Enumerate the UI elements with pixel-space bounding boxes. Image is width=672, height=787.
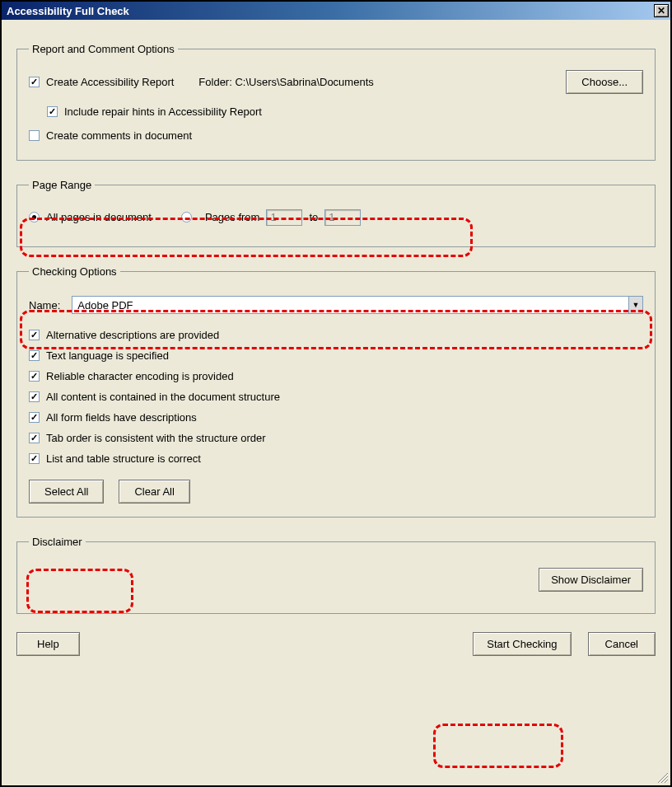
checking-option-row: Reliable character encoding is provided: [29, 370, 643, 382]
checking-option-label: All content is contained in the document…: [46, 391, 280, 403]
name-label: Name:: [29, 299, 60, 312]
disclaimer-group: Disclaimer Show Disclaimer: [16, 536, 656, 614]
disclaimer-legend: Disclaimer: [29, 536, 86, 548]
chevron-down-icon: ▼: [628, 297, 642, 313]
checking-option-label: All form fields have descriptions: [46, 411, 197, 424]
checking-option-checkbox[interactable]: [29, 433, 40, 443]
checking-option-label: Text language is specified: [46, 349, 169, 362]
checking-option-checkbox[interactable]: [29, 371, 40, 382]
report-legend: Report and Comment Options: [29, 43, 178, 55]
report-options-group: Report and Comment Options Create Access…: [16, 43, 656, 161]
clear-all-button[interactable]: Clear All: [119, 480, 189, 504]
choose-folder-button[interactable]: Choose...: [566, 70, 643, 94]
checking-option-row: Alternative descriptions are provided: [29, 329, 643, 341]
name-combobox[interactable]: Adobe PDF ▼: [72, 296, 643, 314]
create-comments-checkbox[interactable]: [29, 130, 40, 141]
close-icon: ✕: [657, 5, 665, 16]
pages-from-label: Pages from: [205, 211, 259, 223]
all-pages-radio[interactable]: [29, 212, 40, 223]
name-value: Adobe PDF: [77, 299, 133, 312]
checking-option-label: Tab order is consistent with the structu…: [46, 432, 266, 444]
checking-option-row: All content is contained in the document…: [29, 391, 643, 403]
all-pages-label: All pages in document: [46, 211, 152, 223]
create-report-checkbox[interactable]: [29, 77, 40, 87]
to-label: to: [309, 211, 318, 223]
checking-option-checkbox[interactable]: [29, 350, 40, 361]
page-from-input[interactable]: [266, 209, 302, 226]
window-title: Accessibility Full Check: [7, 5, 129, 17]
start-checking-button[interactable]: Start Checking: [473, 632, 571, 656]
checking-option-checkbox[interactable]: [29, 453, 40, 464]
checking-option-checkbox[interactable]: [29, 330, 40, 340]
checking-option-row: Text language is specified: [29, 349, 643, 362]
checking-option-label: Reliable character encoding is provided: [46, 370, 234, 382]
checking-option-label: Alternative descriptions are provided: [46, 329, 219, 341]
page-range-legend: Page Range: [29, 179, 95, 191]
close-button[interactable]: ✕: [654, 4, 669, 17]
page-range-group: Page Range All pages in document Pages f…: [16, 179, 656, 247]
help-button[interactable]: Help: [16, 632, 80, 656]
include-hints-label: Include repair hints in Accessibility Re…: [64, 105, 262, 118]
include-hints-checkbox[interactable]: [47, 106, 58, 117]
create-comments-label: Create comments in document: [46, 129, 192, 142]
checking-options-group: Checking Options Name: Adobe PDF ▼ Alter…: [16, 265, 656, 518]
checking-option-checkbox[interactable]: [29, 391, 40, 402]
create-report-label: Create Accessibility Report: [46, 76, 174, 88]
folder-path-label: Folder: C:\Users\Sabrina\Documents: [198, 76, 373, 88]
checking-option-row: List and table structure is correct: [29, 452, 643, 465]
show-disclaimer-button[interactable]: Show Disclaimer: [539, 568, 643, 592]
checking-legend: Checking Options: [29, 265, 120, 278]
titlebar: Accessibility Full Check ✕: [2, 2, 670, 20]
checking-option-row: Tab order is consistent with the structu…: [29, 432, 643, 444]
select-all-button[interactable]: Select All: [29, 480, 104, 504]
cancel-button[interactable]: Cancel: [588, 632, 656, 656]
checking-option-label: List and table structure is correct: [46, 452, 201, 465]
pages-from-radio[interactable]: [181, 212, 192, 223]
checking-option-row: All form fields have descriptions: [29, 411, 643, 424]
page-to-input[interactable]: [324, 209, 361, 226]
checking-option-checkbox[interactable]: [29, 412, 40, 423]
